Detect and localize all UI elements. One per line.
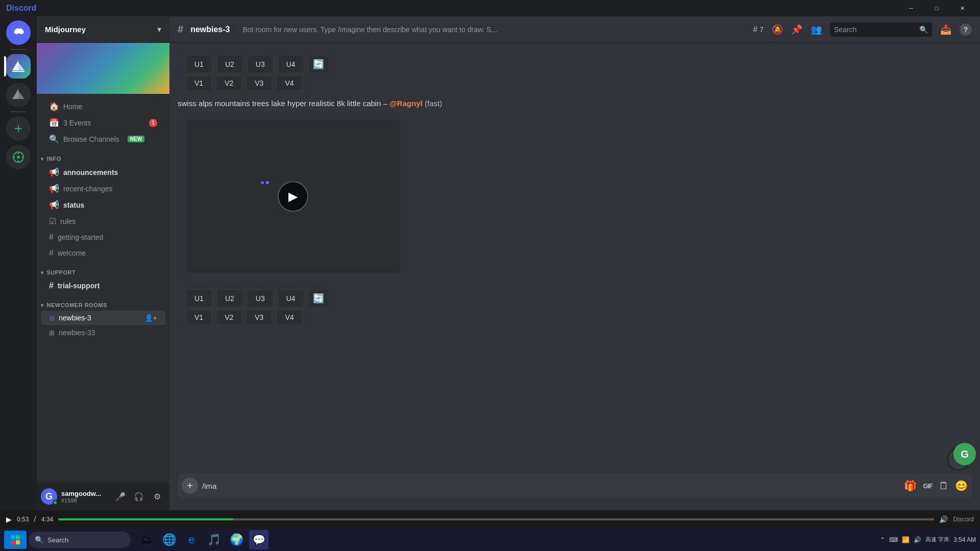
server-header[interactable]: Midjourney ▾	[37, 16, 169, 43]
channel-getting-started[interactable]: # getting-started	[41, 230, 165, 245]
tray-chevron[interactable]: ⌃	[880, 536, 885, 543]
search-icon: 🔍	[919, 26, 928, 34]
v4-button-bottom[interactable]: V4	[276, 310, 302, 325]
attach-button[interactable]: +	[182, 478, 198, 494]
volume-tray-icon[interactable]: 🔊	[914, 536, 921, 543]
gift-icon[interactable]: 🎁	[904, 480, 917, 492]
video-progress-fill	[58, 518, 233, 520]
inbox-icon[interactable]: 📥	[940, 24, 951, 35]
u2-button-top[interactable]: U2	[216, 55, 243, 73]
refresh-button-bottom[interactable]: 🔄	[308, 289, 329, 308]
clock: 3:54 AM	[953, 536, 976, 544]
prompt-user: @Ragnyl	[389, 99, 423, 108]
server-icon-midjourney[interactable]	[6, 54, 31, 79]
new-badge: NEW	[128, 136, 144, 142]
volume-icon[interactable]: 🔊	[939, 515, 948, 523]
v1-button-bottom[interactable]: V1	[186, 310, 212, 325]
u4-button-bottom[interactable]: U4	[278, 289, 304, 308]
taskbar-discord[interactable]: 💬	[249, 530, 268, 549]
pin-icon[interactable]: 📌	[791, 24, 802, 35]
v2-button-top[interactable]: V2	[216, 76, 242, 91]
v2-button-bottom[interactable]: V2	[216, 310, 242, 325]
messages-area[interactable]: U1 U2 U3 U4 🔄 V1 V2 V3 V4 swiss alps m	[169, 43, 980, 473]
online-user-avatar: G	[953, 443, 976, 465]
taskbar-app1[interactable]: 🎵	[204, 530, 224, 549]
u1-button-top[interactable]: U1	[186, 55, 212, 73]
maximize-button[interactable]: □	[925, 0, 948, 16]
channel-newbies-33-label: newbies-33	[59, 329, 95, 337]
channel-status[interactable]: 📢 status	[41, 197, 165, 213]
emoji-icon[interactable]: 😊	[955, 480, 968, 492]
taskbar-edge[interactable]: e	[182, 530, 201, 549]
channel-getting-started-label: getting-started	[58, 233, 104, 241]
channel-newbies-3[interactable]: ⊞ newbies-3 👤+	[41, 311, 165, 325]
start-button[interactable]	[4, 531, 27, 549]
video-play-button[interactable]: ▶	[6, 515, 12, 523]
discord-taskbar-icon: 💬	[253, 534, 265, 546]
sticker-icon[interactable]: 🗒	[939, 480, 949, 492]
category-support-label: SUPPORT	[47, 269, 76, 276]
channel-rules-label: rules	[60, 217, 76, 226]
channel-rules[interactable]: ☑ rules	[41, 213, 165, 229]
dot-1	[261, 181, 264, 184]
browse-channels-item[interactable]: 🔍 Browse Channels NEW	[41, 131, 165, 147]
members-icon[interactable]: 👥	[811, 24, 822, 35]
taskbar-search[interactable]: 🔍 Search	[29, 532, 131, 548]
taskbar-explorer[interactable]: 🗂	[137, 530, 156, 549]
add-server-button[interactable]: +	[6, 116, 31, 141]
headphone-button[interactable]: 🎧	[131, 488, 147, 505]
arrow-icon-3: ▾	[41, 303, 44, 308]
message-input[interactable]	[202, 482, 900, 490]
v1-button-top[interactable]: V1	[186, 76, 212, 91]
variation-row-top: V1 V2 V3 V4	[186, 76, 964, 91]
mute-icon[interactable]: 🔕	[772, 24, 783, 35]
megaphone3-icon: 📢	[49, 200, 59, 210]
refresh-button-top[interactable]: 🔄	[308, 55, 329, 73]
channel-welcome[interactable]: # welcome	[41, 245, 165, 261]
video-time-separator: /	[34, 515, 36, 524]
gif-button[interactable]: GIF	[923, 482, 933, 490]
help-icon[interactable]: ?	[960, 23, 972, 36]
close-button[interactable]: ✕	[950, 0, 974, 16]
u3-button-top[interactable]: U3	[247, 55, 274, 73]
search-bar-text: Search	[834, 26, 916, 34]
mic-button[interactable]: 🎤	[112, 488, 129, 505]
v4-button-top[interactable]: V4	[276, 76, 302, 91]
v3-button-top[interactable]: V3	[246, 76, 272, 91]
discover-server-button[interactable]	[6, 145, 31, 169]
u3-button-bottom[interactable]: U3	[247, 289, 274, 308]
channel-trial-support[interactable]: # trial-support	[41, 278, 165, 293]
channel-hash-icon: #	[178, 23, 183, 35]
search-bar[interactable]: Search 🔍	[830, 22, 932, 37]
refresh-icon-bottom: 🔄	[313, 293, 324, 304]
home-channel-item[interactable]: 🏠 Home	[41, 98, 165, 114]
channel-header-description: Bot room for new users. Type /imagine th…	[242, 26, 747, 34]
chrome-icon: 🌐	[162, 533, 176, 546]
network-icon[interactable]: 📶	[902, 536, 910, 543]
discord-home-button[interactable]	[6, 20, 31, 45]
events-channel-item[interactable]: 📅 3 Events 1	[41, 115, 165, 131]
server-icon-sailing[interactable]	[6, 83, 31, 107]
video-progress-bar[interactable]	[58, 518, 934, 520]
prompt-text: swiss alps mountains trees lake hyper re…	[178, 99, 381, 108]
play-button[interactable]: ▶	[278, 181, 308, 212]
category-support[interactable]: ▾ SUPPORT	[37, 261, 169, 278]
taskbar-app2[interactable]: 🌍	[227, 530, 246, 549]
channel-newbies-33[interactable]: ⊞ newbies-33	[41, 325, 165, 340]
user-info: samgoodw... #1598	[61, 490, 108, 504]
settings-button[interactable]: ⚙	[149, 488, 165, 505]
channel-announcements-label: announcements	[63, 168, 118, 177]
explorer-icon: 🗂	[141, 533, 152, 546]
category-newcomer[interactable]: ▾ NEWCOMER ROOMS	[37, 294, 169, 310]
v3-button-bottom[interactable]: V3	[246, 310, 272, 325]
minimize-button[interactable]: ─	[899, 0, 923, 16]
category-info[interactable]: ▾ INFO	[37, 147, 169, 164]
taskbar-right: ⌃ ⌨ 📶 🔊 高速 字库 3:54 AM	[880, 536, 976, 544]
taskbar-chrome[interactable]: 🌐	[159, 530, 179, 549]
u2-button-bottom[interactable]: U2	[216, 289, 243, 308]
channel-announcements[interactable]: 📢 announcements	[41, 164, 165, 180]
u4-button-top[interactable]: U4	[278, 55, 304, 73]
u1-button-bottom[interactable]: U1	[186, 289, 212, 308]
video-title: Discord	[953, 516, 974, 523]
channel-recent-changes[interactable]: 📢 recent-changes	[41, 181, 165, 196]
